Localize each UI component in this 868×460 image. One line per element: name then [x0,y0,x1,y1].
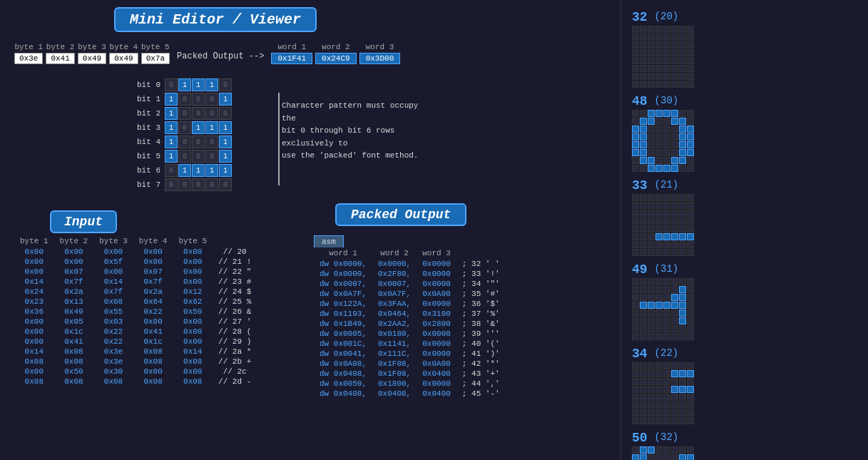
bit-cell-r1-c0[interactable]: 1 [165,93,178,106]
input-cell-r0-c2: 0x00 [93,247,133,257]
byte-value-1[interactable]: 0x41 [46,53,74,64]
bit-cell-r2-c4[interactable]: 0 [219,107,232,120]
char-pixel-32-r6-c4 [663,73,670,80]
bit-cell-r0-c4[interactable]: 0 [219,78,232,91]
bit-cell-r4-c1[interactable]: 0 [178,136,191,148]
char-pixel-32-r1-c1 [640,34,647,41]
bit-cell-r4-c2[interactable]: 0 [192,136,205,148]
char-pixel-49-r3-c4 [663,302,670,309]
char-pixel-32-r3-c3 [655,49,663,56]
char-pixel-34-r2-c7 [687,378,694,385]
char-pixel-49-r6-c1 [640,325,647,332]
char-pixel-49-r4-c5 [671,310,678,317]
byte-value-4[interactable]: 0x7a [141,53,170,64]
char-pixel-33-r5-c4 [663,233,670,240]
input-cell-r5-c4: 0x62 [173,297,213,307]
bit-cell-r6-c1[interactable]: 1 [178,164,191,177]
bit-cell-r5-c2[interactable]: 0 [192,150,205,163]
bit-cell-r2-c1[interactable]: 0 [178,107,191,120]
byte-col-3: byte 4 0x49 [109,43,138,64]
bit-cell-r3-c2[interactable]: 1 [192,121,205,134]
bit-cell-r5-c1[interactable]: 0 [178,150,191,163]
char-pixel-48-r5-c4 [663,149,670,156]
char-pixel-34-r6-c4 [663,409,670,416]
char-pixel-32-r6-c1 [640,73,647,80]
bit-cell-r5-c4[interactable]: 1 [219,150,232,163]
bit-cell-r0-c1[interactable]: 1 [178,78,191,91]
bit-cell-r5-c0[interactable]: 1 [165,150,178,163]
bit-cell-r6-c4[interactable]: 1 [219,164,232,177]
char-display-32: 32 (20) [632,11,753,88]
input-cell-r6-c2: 0x55 [93,307,133,317]
bit-cell-r6-c3[interactable]: 1 [205,164,218,177]
packed-cell-r10-c0: dw 0x0A08, [314,359,372,369]
packed-cell-r11-c2: 0x0400 [417,369,456,379]
input-row-5: 0x230x130x080x640x62// 25 % [14,297,257,307]
input-cell-r12-c0: 0x00 [14,367,54,377]
bit-cell-r7-c3[interactable]: 0 [205,178,218,191]
char-pixel-49-r6-c3 [655,325,663,332]
input-col-header-5 [213,235,257,247]
bit-cell-r4-c4[interactable]: 1 [219,136,232,148]
bit-cell-r2-c3[interactable]: 0 [205,107,218,120]
bit-cell-r4-c3[interactable]: 0 [205,136,218,148]
char-pixel-48-r7-c7 [687,165,694,172]
packed-output-label-box: Packed Output [335,203,466,226]
bit-cell-r7-c2[interactable]: 0 [192,178,205,191]
packed-cell-r1-c0: dw 0x0000, [314,269,372,279]
bit-cell-r3-c0[interactable]: 1 [165,121,178,134]
bit-cell-r7-c4[interactable]: 0 [219,178,232,191]
char-pixel-48-r4-c2 [648,141,655,148]
char-pixel-50-r1-c2 [648,454,655,460]
asm-tab[interactable]: asm [314,235,344,247]
input-table: byte 1byte 2byte 3byte 4byte 50x000x000x… [14,235,257,387]
byte-value-2[interactable]: 0x49 [78,53,106,64]
bit-cell-r1-c4[interactable]: 1 [219,93,232,106]
char-pixel-32-r4-c1 [640,57,647,64]
byte-value-3[interactable]: 0x49 [109,53,138,64]
bit-cell-r0-c2[interactable]: 1 [192,78,205,91]
bit-cell-r6-c0[interactable]: 0 [165,164,178,177]
bit-cell-r7-c1[interactable]: 0 [178,178,191,191]
char-pixel-33-r6-c0 [632,241,639,248]
char-pixel-50-r0-c6 [679,446,686,454]
bit-cell-r1-c2[interactable]: 0 [192,93,205,106]
bit-cell-r4-c0[interactable]: 1 [165,136,178,148]
char-pixel-33-r0-c6 [679,194,686,201]
char-pixel-48-r2-c4 [663,126,670,133]
packed-cell-r0-c0: dw 0x0000, [314,259,372,269]
char-pixel-32-r1-c3 [655,34,663,41]
bit-cell-r3-c1[interactable]: 0 [178,121,191,134]
char-pixel-48-r1-c6 [679,118,686,125]
bit-cell-r3-c4[interactable]: 1 [219,121,232,134]
bit-cell-r2-c0[interactable]: 1 [165,107,178,120]
char-pixel-33-r6-c2 [648,241,655,248]
char-pixel-33-r3-c7 [687,218,694,225]
bit-cell-r2-c2[interactable]: 0 [192,107,205,120]
bit-cell-r7-c0[interactable]: 0 [165,178,178,191]
packed-row-7: dw 0x0005,0x0180,0x0000; 39 ''' [314,329,506,339]
word-label-0: word 1 [277,43,306,51]
input-table-section: byte 1byte 2byte 3byte 4byte 50x000x000x… [14,235,257,387]
bit-cell-r1-c1[interactable]: 0 [178,93,191,106]
word-col-0: word 1 0x1F41 [271,43,312,64]
input-cell-r4-c4: 0x12 [173,287,213,297]
bit-cell-r0-c0[interactable]: 0 [165,78,178,91]
bit-cell-r0-c3[interactable]: 1 [205,78,218,91]
char-header-33: 33 (21) [632,179,753,192]
char-pixel-48-r3-c2 [648,133,655,140]
bit-cell-r3-c3[interactable]: 1 [205,121,218,134]
char-pixel-34-r3-c5 [671,386,678,393]
char-pixel-33-r1-c0 [632,202,639,209]
char-pixel-49-r6-c5 [671,325,678,332]
bit-cell-r6-c2[interactable]: 1 [192,164,205,177]
char-pixel-32-r7-c2 [648,81,655,88]
byte-value-0[interactable]: 0x3e [14,53,43,64]
packed-row-13: dw 0x0408,0x0408,0x0400; 45 '-' [314,389,506,399]
packed-cell-r10-c2: 0x0A00 [417,359,456,369]
char-pixel-49-r6-c6 [679,325,686,332]
bit-cell-r5-c3[interactable]: 0 [205,150,218,163]
char-display-48: 48 (30) [632,95,753,172]
bit-cell-r1-c3[interactable]: 0 [205,93,218,106]
input-cell-r0-c0: 0x00 [14,247,54,257]
